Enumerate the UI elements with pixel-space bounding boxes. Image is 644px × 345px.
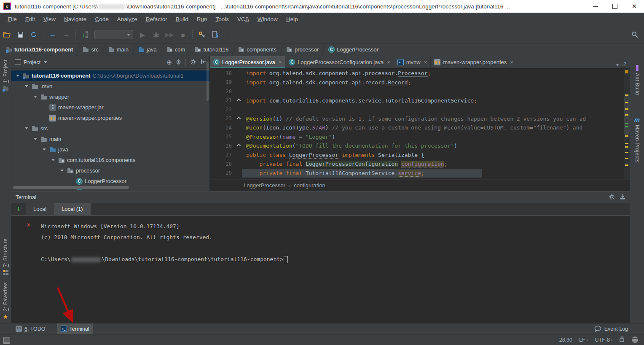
close-tab-icon[interactable]: × <box>510 59 513 65</box>
expand-arrow-icon[interactable] <box>32 138 38 140</box>
gear-icon[interactable] <box>609 194 615 201</box>
save-icon[interactable] <box>14 29 26 40</box>
gear-icon[interactable] <box>190 59 196 66</box>
code-line-25[interactable]: 25@Processor(name = "Logger") <box>210 132 624 142</box>
breadcrumb-tutorial116[interactable]: tutorial116 <box>192 43 231 56</box>
breadcrumb-com[interactable]: com <box>164 43 188 56</box>
run-configuration-select[interactable] <box>94 30 133 39</box>
tool-button-maven-projects[interactable]: mMaven Projects <box>634 113 640 166</box>
vertical-scrollbar[interactable] <box>207 62 209 101</box>
stop-icon[interactable]: ■ <box>177 29 189 40</box>
expand-arrow-icon[interactable] <box>50 159 56 161</box>
error-stripe[interactable] <box>624 69 630 180</box>
breadcrumb-tutorial116-component[interactable]: tutorial116-component <box>3 43 75 56</box>
search-everywhere-icon[interactable] <box>629 29 641 40</box>
coverage-icon[interactable]: ▶▶ <box>164 29 175 40</box>
line-separator-selector[interactable]: LF↕ <box>579 337 588 343</box>
breadcrumb-main[interactable]: main <box>106 43 131 56</box>
editor-tab-mvnw[interactable]: mvnw× <box>394 56 431 68</box>
event-log-button[interactable]: Event Log <box>594 326 644 332</box>
terminal-prompt[interactable]: C:\Users\\Downloads\tutorial116-componen… <box>41 254 625 265</box>
synchronize-icon[interactable] <box>28 29 40 40</box>
breadcrumb-src[interactable]: src <box>80 43 101 56</box>
close-tab-icon[interactable]: × <box>387 59 390 65</box>
tool-button-1-project[interactable]: 1: Project <box>3 56 9 95</box>
tree-item-loggerprocessor[interactable]: LoggerProcessor <box>11 176 209 186</box>
expand-arrow-icon[interactable] <box>15 75 21 77</box>
tree-item-mvn[interactable]: .mvn <box>11 81 209 92</box>
menu-view[interactable]: View <box>39 13 60 26</box>
tree-item-com-tutorial116-components[interactable]: com.tutorial116.components <box>11 155 209 165</box>
close-button[interactable]: ✕ <box>625 0 644 13</box>
horizontal-scrollbar[interactable] <box>13 186 129 189</box>
terminal-tab-local[interactable]: Local <box>26 203 54 215</box>
inspections-hector-icon[interactable] <box>632 337 638 343</box>
minimize-button[interactable] <box>586 0 605 13</box>
expand-arrow-icon[interactable] <box>24 127 30 129</box>
menu-window[interactable]: Window <box>253 13 282 26</box>
code-line-24[interactable]: 24@Icon(Icon.IconType.STAR) // you can u… <box>210 123 624 132</box>
menu-vcs[interactable]: VCS <box>233 13 253 26</box>
new-session-icon[interactable]: + <box>11 203 26 215</box>
code-line-26[interactable]: 26@Documentation("TODO fill the document… <box>210 141 624 151</box>
fold-icon[interactable] <box>236 141 242 151</box>
encoding-selector[interactable]: UTF-8↕ <box>595 337 613 343</box>
tree-item-maven-wrapper-properties[interactable]: maven-wrapper.properties <box>11 113 209 123</box>
update-project-icon[interactable]: ↓ 011001 <box>79 29 91 40</box>
caret-position[interactable]: 28:30 <box>559 337 572 343</box>
breadcrumb-java[interactable]: java <box>136 43 159 56</box>
run-icon[interactable]: ▶ <box>137 29 148 40</box>
project-structure-icon[interactable] <box>209 29 221 40</box>
code-line-22[interactable]: 22 <box>210 105 624 114</box>
terminal-output[interactable]: ✕ Microsoft Windows [Version 10.0.17134.… <box>11 216 630 323</box>
expand-arrow-icon[interactable] <box>24 85 30 87</box>
tree-item-main[interactable]: main <box>11 134 209 144</box>
tree-item-processor[interactable]: processor <box>11 165 209 176</box>
terminal-button[interactable]: Terminal <box>57 323 93 334</box>
chevron-down-icon[interactable] <box>44 61 47 63</box>
menu-tools[interactable]: Tools <box>212 13 233 26</box>
breadcrumb-loggerprocessor[interactable]: LoggerProcessor <box>326 43 381 56</box>
debug-icon[interactable] <box>150 29 162 40</box>
code-editor[interactable]: 18import org.talend.sdk.component.api.pr… <box>210 69 624 180</box>
editor-tab-maven-wrapper-properties[interactable]: maven-wrapper.properties× <box>431 56 517 68</box>
editor-tab-loggerprocessorconfiguration-java[interactable]: LoggerProcessorConfiguration.java× <box>285 56 394 68</box>
menu-edit[interactable]: Edit <box>21 13 39 26</box>
menu-build[interactable]: Build <box>172 13 193 26</box>
tree-item-java[interactable]: java <box>11 144 209 155</box>
expand-arrow-icon[interactable] <box>59 170 65 172</box>
settings-wrench-icon[interactable] <box>196 29 208 40</box>
todo-button[interactable]: 6: TODO <box>12 323 49 334</box>
breadcrumb-components[interactable]: components <box>236 43 279 56</box>
close-tab-icon[interactable]: × <box>424 59 427 65</box>
close-tab-icon[interactable]: × <box>279 59 282 65</box>
back-icon[interactable]: ← <box>47 29 59 40</box>
code-line-29[interactable]: 29 private final Tutorial116ComponentSer… <box>210 169 624 178</box>
hide-panel-icon[interactable] <box>620 194 625 201</box>
hidden-tabs-list-icon[interactable]: ≡2 <box>620 62 626 68</box>
expand-arrow-icon[interactable] <box>32 96 38 98</box>
tree-item-wrapper[interactable]: wrapper <box>11 92 209 102</box>
menu-analyze[interactable]: Analyze <box>113 13 142 26</box>
editor-breadcrumb-loggerprocessor[interactable]: LoggerProcessor <box>244 182 285 189</box>
code-line-20[interactable]: 20 <box>210 87 624 96</box>
fold-icon[interactable] <box>236 114 242 124</box>
code-line-28[interactable]: 28 private final LoggerProcessorConfigur… <box>210 159 624 169</box>
tool-button-2-favorites[interactable]: 2: Favorites★ <box>3 279 9 323</box>
open-icon[interactable] <box>1 29 13 40</box>
code-line-27[interactable]: 27public class LoggerProcessor implement… <box>210 151 624 160</box>
editor-breadcrumb-configuration[interactable]: configuration <box>294 182 325 189</box>
hide-panel-icon[interactable] <box>201 59 206 66</box>
toolwindow-toggle-icon[interactable] <box>3 337 10 343</box>
collapse-all-icon[interactable] <box>176 59 181 66</box>
breadcrumb-processor[interactable]: processor <box>284 43 321 56</box>
code-line-18[interactable]: 18import org.talend.sdk.component.api.pr… <box>210 69 624 78</box>
tree-item-maven-wrapper-jar[interactable]: maven-wrapper.jar <box>11 102 209 113</box>
menu-refactor[interactable]: Refactor <box>142 13 172 26</box>
tabs-dropdown-icon[interactable] <box>616 64 619 66</box>
tree-item-tutorial116-component[interactable]: tutorial116-componentC:\Users\fborgne\Do… <box>11 70 209 81</box>
maximize-button[interactable] <box>605 0 625 13</box>
code-line-19[interactable]: 19import org.talend.sdk.component.api.re… <box>210 78 624 87</box>
terminal-tab-local-1[interactable]: Local (1) <box>54 203 91 215</box>
forward-icon[interactable]: → <box>60 29 72 40</box>
